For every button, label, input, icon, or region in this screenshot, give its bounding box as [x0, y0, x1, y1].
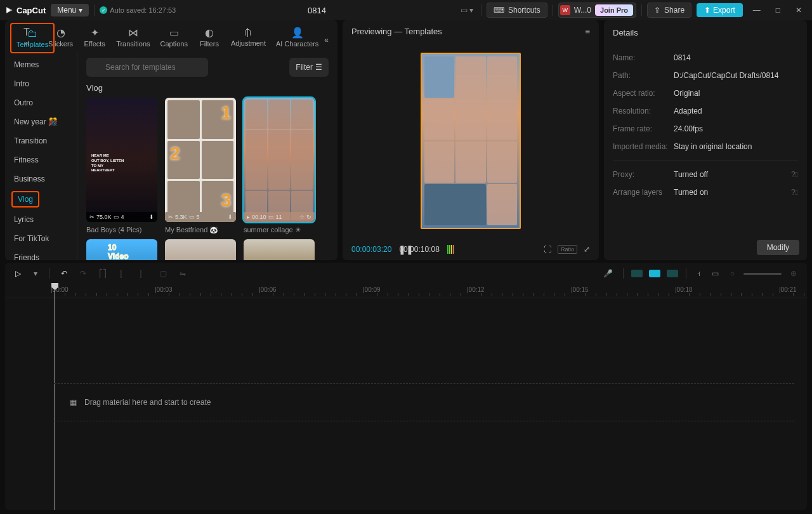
- template-card[interactable]: [165, 239, 236, 260]
- preview-frame: [421, 53, 521, 229]
- trim-left-icon[interactable]: 〚: [117, 266, 129, 282]
- timeline-toolbar: ▷ ▾ ↶ ↷ ⎡⎤ 〚 〛 ▢ ⇋ 🎤 ⫞ ▭ ○ ⊕: [5, 263, 807, 284]
- category-friends[interactable]: Friends: [5, 248, 77, 260]
- detail-row: Frame rate:24.00fps: [613, 120, 798, 138]
- tab-ai-characters[interactable]: 👤AI Characters: [271, 23, 324, 51]
- detail-row: Name:0814: [613, 49, 798, 67]
- tab-captions[interactable]: ▭Captions: [155, 23, 193, 51]
- timeline-ruler[interactable]: |00:00|00:03|00:06|00:09|00:12|00:15|00:…: [5, 284, 807, 298]
- category-transition[interactable]: Transition: [5, 131, 77, 150]
- align-icon[interactable]: ⫞: [694, 267, 703, 280]
- collapse-icon[interactable]: «: [319, 30, 334, 49]
- join-pro-button[interactable]: Join Pro: [595, 4, 633, 16]
- details-panel: Details Name:0814Path:D:/CapCut/CapCut D…: [604, 20, 807, 260]
- keyboard-icon: ⌨: [494, 6, 504, 15]
- pause-button[interactable]: ❚❚: [398, 244, 414, 254]
- category-for-tiktok[interactable]: For TikTok: [5, 229, 77, 248]
- detail-row: Proxy:Turned off?⃝: [613, 161, 798, 183]
- template-card[interactable]: [86, 239, 157, 260]
- tab-icon: ◔: [56, 27, 65, 39]
- category-outro[interactable]: Outro: [5, 93, 77, 112]
- tab-icon: ✦: [91, 27, 99, 39]
- close-button[interactable]: ✕: [790, 6, 807, 15]
- ratio-toggle[interactable]: Ratio: [558, 245, 577, 254]
- preview-title: Previewing — Templates: [351, 27, 442, 36]
- timeline-drop-zone[interactable]: ▦ Drag material here and start to create: [55, 383, 794, 421]
- check-icon: ✓: [100, 6, 107, 14]
- tab-icon: ⫛: [243, 27, 253, 38]
- shortcuts-button[interactable]: ⌨ Shortcuts: [487, 3, 547, 18]
- mic-icon[interactable]: 🎤: [601, 267, 615, 280]
- track-toggle-3[interactable]: [667, 270, 678, 277]
- tab-icon: 🗀: [27, 28, 37, 39]
- template-card[interactable]: ✂75.0K▭4⬇Bad Boys (4 Pics): [86, 98, 157, 234]
- template-area: Filter ☰ Vlog ✂75.0K▭4⬇Bad Boys (4 Pics)…: [77, 51, 337, 260]
- titlebar: CapCut Menu ▾ ✓ Auto saved: 16:27:53 081…: [0, 0, 812, 20]
- aspect-icon[interactable]: ▭ ▾: [458, 3, 476, 17]
- modify-button[interactable]: Modify: [757, 240, 799, 255]
- share-button[interactable]: ⇪ Share: [647, 3, 691, 18]
- time-current: 00:00:03:20: [351, 245, 391, 254]
- category-fitness[interactable]: Fitness: [5, 150, 77, 169]
- category-business[interactable]: Business: [5, 169, 77, 188]
- timeline[interactable]: |00:00|00:03|00:06|00:09|00:12|00:15|00:…: [5, 284, 807, 510]
- detail-row: Aspect ratio:Original: [613, 84, 798, 102]
- category-new-year-🎊[interactable]: New year 🎊: [5, 112, 77, 131]
- category-memes[interactable]: Memes: [5, 55, 77, 74]
- detail-row: Resolution:Adapted: [613, 102, 798, 120]
- zoom-in-icon[interactable]: ⊕: [788, 267, 799, 280]
- maximize-button[interactable]: □: [771, 6, 785, 15]
- template-card[interactable]: [244, 239, 315, 260]
- delete-icon[interactable]: ▢: [157, 267, 169, 280]
- tab-transitions[interactable]: ⋈Transitions: [111, 23, 155, 51]
- template-grid: ✂75.0K▭4⬇Bad Boys (4 Pics)123✂5.3K▭5⬇My …: [86, 98, 329, 234]
- export-button[interactable]: ⬆ Export: [697, 3, 743, 17]
- tab-icon: ◐: [205, 27, 214, 39]
- track-toggle-1[interactable]: [631, 270, 643, 277]
- search-input[interactable]: [86, 58, 208, 77]
- pointer-tool-icon[interactable]: ▷: [13, 267, 23, 280]
- undo-button[interactable]: ↶: [58, 267, 70, 280]
- tab-icon: 👤: [291, 27, 304, 39]
- user-chip[interactable]: W W...0 Join Pro: [558, 3, 636, 18]
- menu-button[interactable]: Menu ▾: [51, 4, 89, 16]
- share-icon: ⇪: [654, 6, 660, 15]
- project-title: 0814: [181, 6, 452, 15]
- snap-icon[interactable]: ▭: [709, 267, 721, 280]
- filter-icon: ☰: [315, 63, 322, 72]
- tab-templates[interactable]: 🗀Templates: [10, 23, 55, 53]
- redo-button[interactable]: ↷: [77, 267, 89, 280]
- details-heading: Details: [604, 20, 807, 45]
- minimize-button[interactable]: —: [748, 6, 766, 15]
- detail-row: Imported media:Stay in original location: [613, 138, 798, 155]
- zoom-out-icon[interactable]: ○: [728, 267, 737, 280]
- track-toggle-2[interactable]: [649, 270, 660, 277]
- preview-panel: Previewing — Templates ≡ 00:00:03:20 00:…: [343, 20, 599, 260]
- help-icon[interactable]: ?⃝: [791, 188, 798, 197]
- fullscreen-icon[interactable]: ⤢: [584, 245, 590, 254]
- trim-right-icon[interactable]: 〛: [137, 266, 150, 282]
- zoom-slider[interactable]: [743, 273, 782, 275]
- split-icon[interactable]: ⎡⎤: [96, 267, 109, 280]
- detail-row: Arrange layersTurned on?⃝: [613, 183, 798, 201]
- crop-icon[interactable]: ⛶: [544, 245, 551, 254]
- mirror-icon[interactable]: ⇋: [177, 267, 188, 280]
- dropdown-icon[interactable]: ▾: [31, 267, 40, 280]
- category-vlog[interactable]: Vlog: [5, 188, 77, 210]
- chevron-down-icon: ▾: [79, 6, 82, 15]
- avatar: W: [560, 5, 570, 15]
- tab-filters[interactable]: ◐Filters: [193, 23, 226, 51]
- app-logo: CapCut: [5, 6, 46, 15]
- film-icon: ▦: [70, 398, 77, 407]
- template-card[interactable]: ▸00:10▭11☆ ↻summer collage ☀: [244, 98, 315, 234]
- detail-row: Path:D:/CapCut/CapCut Drafts/0814: [613, 67, 798, 84]
- category-lyrics[interactable]: Lyrics: [5, 210, 77, 229]
- tab-effects[interactable]: ✦Effects: [78, 23, 111, 51]
- filter-button[interactable]: Filter ☰: [289, 58, 329, 77]
- template-card[interactable]: 123✂5.3K▭5⬇My Bestfriend 🐼: [165, 98, 236, 234]
- tab-adjustment[interactable]: ⫛Adjustment: [226, 23, 271, 51]
- help-icon[interactable]: ?⃝: [791, 170, 798, 179]
- tab-icon: ⋈: [128, 27, 138, 39]
- category-intro[interactable]: Intro: [5, 74, 77, 93]
- preview-menu-icon[interactable]: ≡: [585, 27, 590, 36]
